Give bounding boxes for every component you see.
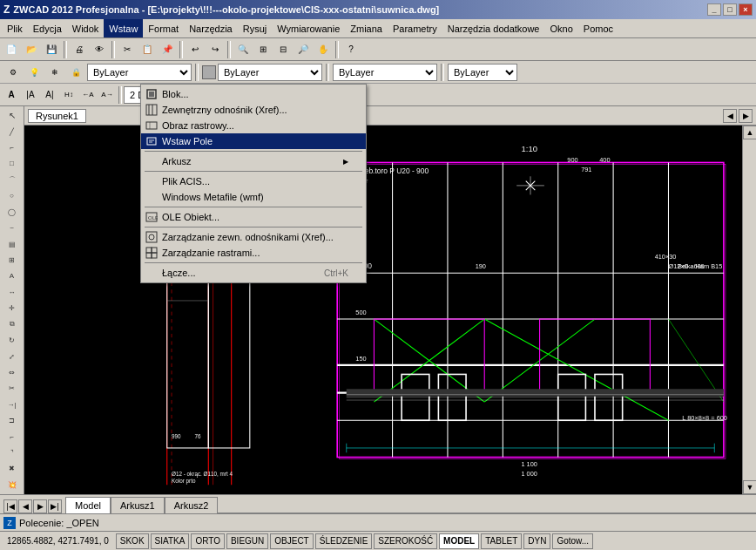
menu-raster-mgr[interactable]: Zarządzanie rastrami... xyxy=(141,245,366,261)
scroll-right-btn[interactable]: ▶ xyxy=(739,109,753,123)
circle-btn[interactable]: ○ xyxy=(3,188,22,203)
menu-ole[interactable]: OLE OLE Obiekt... xyxy=(141,209,366,225)
tab-next-btn[interactable]: ▶ xyxy=(33,499,47,513)
help-button[interactable]: ? xyxy=(341,40,361,59)
move-btn[interactable]: ✛ xyxy=(3,301,22,316)
minimize-button[interactable]: _ xyxy=(707,3,721,16)
t1[interactable]: A xyxy=(2,85,21,105)
tab-navigation[interactable]: |◀ ◀ ▶ ▶| xyxy=(3,499,62,513)
zoom-extent-button[interactable]: 🔍 xyxy=(233,40,253,59)
spline-btn[interactable]: ~ xyxy=(3,221,22,235)
offset-btn[interactable]: ⊐ xyxy=(3,413,22,428)
status-siatka[interactable]: SIATKA xyxy=(151,533,190,549)
pan-button[interactable]: ✋ xyxy=(314,40,333,59)
menu-xref[interactable]: Zewnętrzny odnośnik (Xref)... xyxy=(141,102,366,118)
close-button[interactable]: × xyxy=(739,3,753,16)
menu-pomoc[interactable]: Pomoc xyxy=(578,19,618,37)
line-btn[interactable]: ╱ xyxy=(3,124,22,139)
lineweight-selector[interactable]: ByLayer xyxy=(448,64,517,81)
color-swatch[interactable] xyxy=(202,65,216,79)
erase-btn[interactable]: ✖ xyxy=(3,461,22,476)
drawing-tab[interactable]: Rysunek1 xyxy=(28,109,86,123)
menu-widok[interactable]: Widok xyxy=(67,19,105,37)
redo-button[interactable]: ↪ xyxy=(206,40,225,59)
menu-acis[interactable]: Plik ACIS... xyxy=(141,173,366,189)
undo-button[interactable]: ↩ xyxy=(186,40,205,59)
status-orto[interactable]: ORTO xyxy=(191,533,225,549)
scroll-up-btn[interactable]: ▲ xyxy=(743,126,756,139)
menu-parametry[interactable]: Parametry xyxy=(388,19,442,37)
right-scrollbar[interactable]: ▲ ▼ xyxy=(742,126,756,494)
rect-btn[interactable]: □ xyxy=(3,156,22,171)
explode-btn[interactable]: 💥 xyxy=(3,478,22,492)
menu-rysuj[interactable]: Rysuj xyxy=(238,19,273,37)
open-button[interactable]: 📂 xyxy=(22,40,41,59)
status-biegun[interactable]: BIEGUN xyxy=(226,533,268,549)
status-object[interactable]: OBJECT xyxy=(270,533,313,549)
scroll-down-btn[interactable]: ▼ xyxy=(743,480,756,494)
color-selector[interactable]: ByLayer xyxy=(218,64,322,81)
copy-button[interactable]: 📋 xyxy=(138,40,157,59)
maximize-button[interactable]: □ xyxy=(723,3,737,16)
rotate-btn[interactable]: ↻ xyxy=(3,333,22,348)
extend-btn[interactable]: →| xyxy=(3,397,22,412)
save-button[interactable]: 💾 xyxy=(42,40,61,59)
drawing-area[interactable]: 1000 500 150 190 xyxy=(24,126,742,494)
paste-button[interactable]: 📌 xyxy=(158,40,177,59)
tab-arkusz1[interactable]: Arkusz1 xyxy=(111,497,165,513)
menu-zmiana[interactable]: Zmiana xyxy=(345,19,388,37)
menu-wymiarowanie[interactable]: Wymiarowanie xyxy=(272,19,345,37)
zoom-realtime-button[interactable]: 🔎 xyxy=(294,40,313,59)
titlebar-controls[interactable]: _ □ × xyxy=(707,3,753,16)
hatch-btn[interactable]: ▤ xyxy=(3,236,22,251)
print-button[interactable]: 🖨 xyxy=(70,40,89,59)
menu-narzedzia[interactable]: Narzędzia xyxy=(184,19,238,37)
zoom-window-button[interactable]: ⊞ xyxy=(253,40,273,59)
t4[interactable]: H↕ xyxy=(59,85,78,105)
menu-edycja[interactable]: Edycja xyxy=(28,19,67,37)
zoom-prev-button[interactable]: ⊟ xyxy=(273,40,293,59)
mirror-btn[interactable]: ⇔ xyxy=(3,365,22,380)
scroll-track[interactable] xyxy=(743,139,756,480)
tab-last-btn[interactable]: ▶| xyxy=(48,499,62,513)
menu-wmf[interactable]: Windows Metafile (wmf) xyxy=(141,189,366,205)
status-gotow[interactable]: Gotow... xyxy=(552,533,593,549)
dim-btn[interactable]: ↔ xyxy=(3,285,22,300)
t5[interactable]: ←A xyxy=(78,85,98,105)
status-model[interactable]: MODEL xyxy=(439,533,479,549)
text-btn[interactable]: A xyxy=(3,268,22,283)
layer-state-button[interactable]: 💡 xyxy=(24,63,44,82)
ellipse-btn[interactable]: ◯ xyxy=(3,205,22,220)
copy-obj-btn[interactable]: ⧉ xyxy=(3,316,22,331)
menu-blok[interactable]: Blok... xyxy=(141,86,366,102)
chamfer-btn[interactable]: ⌝ xyxy=(3,445,22,460)
status-skok[interactable]: SKOK xyxy=(116,533,149,549)
scale-btn[interactable]: ⤢ xyxy=(3,349,22,363)
layer-lock-button[interactable]: 🔒 xyxy=(66,63,85,82)
menu-format[interactable]: Format xyxy=(143,19,184,37)
new-button[interactable]: 📄 xyxy=(2,40,21,59)
block-btn[interactable]: ⊞ xyxy=(3,253,22,268)
layer-selector[interactable]: ByLayer xyxy=(87,64,192,81)
tab-model[interactable]: Model xyxy=(65,497,111,513)
menu-field[interactable]: Wstaw Pole xyxy=(141,133,366,149)
menu-arkusz[interactable]: Arkusz ▶ xyxy=(141,153,366,169)
menu-lacze[interactable]: Łącze... Ctrl+K xyxy=(141,265,366,281)
tab-arkusz2[interactable]: Arkusz2 xyxy=(165,497,219,513)
tab-first-btn[interactable]: |◀ xyxy=(3,499,17,513)
t6[interactable]: A→ xyxy=(98,85,117,105)
layer-props-button[interactable]: ⚙ xyxy=(3,63,23,82)
status-szerokosc[interactable]: SZEROKOŚĆ xyxy=(374,533,437,549)
menu-raster[interactable]: Obraz rastrowy... xyxy=(141,118,366,133)
preview-button[interactable]: 👁 xyxy=(90,40,109,59)
menu-okno[interactable]: Okno xyxy=(545,19,578,37)
menu-xref-mgr[interactable]: Zarządzanie zewn. odnośnikami (Xref)... xyxy=(141,229,366,245)
menu-narzedzia-dodatkowe[interactable]: Narzędzia dodatkowe xyxy=(442,19,545,37)
linetype-selector[interactable]: ByLayer xyxy=(333,64,437,81)
menu-plik[interactable]: Plik xyxy=(2,19,28,37)
menu-wstaw[interactable]: Wstaw xyxy=(104,19,143,37)
status-dyn[interactable]: DYN xyxy=(523,533,550,549)
fillet-btn[interactable]: ⌐ xyxy=(3,429,22,444)
polyline-btn[interactable]: ⌐ xyxy=(3,140,22,155)
t2[interactable]: |A xyxy=(21,85,40,105)
